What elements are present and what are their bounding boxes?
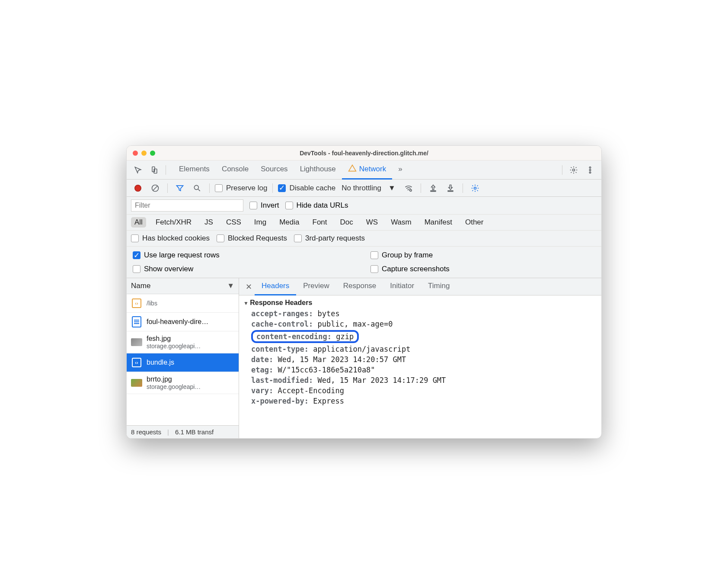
- type-font[interactable]: Font: [309, 217, 331, 228]
- tab-more[interactable]: »: [392, 160, 408, 180]
- header-value: Express: [309, 397, 344, 405]
- tab-network[interactable]: Network: [342, 160, 392, 180]
- download-har-icon[interactable]: [444, 181, 457, 195]
- blocked-cookies-checkbox[interactable]: Has blocked cookies: [131, 234, 210, 243]
- header-line: content-type: application/javascript: [251, 345, 597, 353]
- request-list: ‹›/libsfoul-heavenly-dire…fesh.jpgstorag…: [127, 294, 239, 425]
- request-domain: storage.googleapi…: [147, 343, 201, 350]
- tab-elements[interactable]: Elements: [173, 160, 216, 180]
- upload-har-icon[interactable]: [426, 181, 440, 195]
- tab-console[interactable]: Console: [216, 160, 255, 180]
- request-row[interactable]: ‹›/libs: [127, 294, 239, 313]
- type-css[interactable]: CSS: [223, 217, 245, 228]
- show-overview-checkbox[interactable]: Show overview: [133, 265, 358, 273]
- tab-headers[interactable]: Headers: [255, 278, 296, 295]
- request-row[interactable]: foul-heavenly-dire…: [127, 313, 239, 331]
- close-detail-icon[interactable]: ✕: [243, 282, 255, 292]
- tab-lighthouse[interactable]: Lighthouse: [294, 160, 342, 180]
- tab-network-label: Network: [359, 165, 386, 173]
- main-toolbar: Elements Console Sources Lighthouse Netw…: [127, 160, 601, 180]
- request-row[interactable]: fesh.jpgstorage.googleapi…: [127, 331, 239, 353]
- transfer-size: 6.1 MB transf: [175, 428, 214, 436]
- detail-pane: ✕ Headers Preview Response Initiator Tim…: [239, 278, 601, 438]
- large-rows-checkbox[interactable]: ✓Use large request rows: [133, 251, 358, 260]
- headers-body: Response Headers accept-ranges: bytescac…: [239, 295, 601, 438]
- header-key: cache-control:: [251, 320, 313, 328]
- header-key: vary:: [251, 386, 273, 395]
- extra-filter-row: Has blocked cookies Blocked Requests 3rd…: [127, 231, 601, 247]
- group-by-frame-label: Group by frame: [382, 251, 433, 260]
- capture-screenshots-checkbox[interactable]: Capture screenshots: [370, 265, 595, 273]
- hide-data-label: Hide data URLs: [297, 201, 348, 210]
- network-settings-grid: ✓Use large request rows Group by frame S…: [127, 247, 601, 278]
- type-other[interactable]: Other: [462, 217, 487, 228]
- preserve-log-label: Preserve log: [226, 184, 267, 193]
- third-party-label: 3rd-party requests: [305, 234, 365, 243]
- header-value: Wed, 15 Mar 2023 14:20:57 GMT: [273, 355, 406, 364]
- group-by-frame-checkbox[interactable]: Group by frame: [370, 251, 595, 260]
- type-wasm[interactable]: Wasm: [387, 217, 415, 228]
- close-window-button[interactable]: [133, 151, 138, 156]
- minimize-window-button[interactable]: [141, 151, 147, 156]
- settings-gear-icon[interactable]: [567, 163, 581, 177]
- type-fetch[interactable]: Fetch/XHR: [152, 217, 195, 228]
- preserve-log-checkbox[interactable]: Preserve log: [215, 184, 267, 193]
- svg-point-5: [589, 172, 591, 173]
- header-line: etag: W/"15cc63-186e5a210a8": [251, 366, 597, 374]
- header-key: content-type:: [251, 345, 309, 353]
- network-toolbar: Preserve log ✓Disable cache No throttlin…: [127, 180, 601, 197]
- disable-cache-checkbox[interactable]: ✓Disable cache: [278, 184, 335, 193]
- network-conditions-icon[interactable]: [402, 181, 415, 195]
- device-toolbar-icon[interactable]: [147, 163, 161, 177]
- type-all[interactable]: All: [131, 217, 146, 228]
- content-split: Name ▼ ‹›/libsfoul-heavenly-dire…fesh.jp…: [127, 278, 601, 438]
- image-icon: [131, 338, 142, 346]
- titlebar: DevTools - foul-heavenly-direction.glitc…: [127, 146, 601, 160]
- throttling-value: No throttling: [342, 184, 381, 193]
- tab-initiator[interactable]: Initiator: [383, 278, 421, 295]
- type-img[interactable]: Img: [251, 217, 270, 228]
- search-icon[interactable]: [190, 181, 204, 195]
- header-key: x-powered-by:: [251, 397, 309, 405]
- header-key: content-encoding:: [256, 332, 332, 341]
- network-settings-icon[interactable]: [468, 181, 482, 195]
- header-value: gzip: [332, 332, 354, 341]
- separator: [272, 183, 273, 193]
- name-column-header[interactable]: Name ▼: [127, 278, 239, 294]
- header-value: W/"15cc63-186e5a210a8": [273, 366, 375, 374]
- kebab-menu-icon[interactable]: [583, 163, 597, 177]
- window-title: DevTools - foul-heavenly-direction.glitc…: [127, 150, 601, 157]
- hide-data-urls-checkbox[interactable]: Hide data URLs: [285, 201, 348, 210]
- request-row[interactable]: ‹›bundle.js: [127, 353, 239, 372]
- record-button[interactable]: [131, 181, 145, 195]
- tab-response[interactable]: Response: [336, 278, 383, 295]
- type-manifest[interactable]: Manifest: [421, 217, 456, 228]
- zoom-window-button[interactable]: [150, 151, 155, 156]
- response-headers-title[interactable]: Response Headers: [243, 299, 597, 307]
- tab-timing[interactable]: Timing: [421, 278, 457, 295]
- tab-preview[interactable]: Preview: [296, 278, 336, 295]
- throttling-select[interactable]: No throttling ▼: [339, 184, 398, 193]
- tab-sources[interactable]: Sources: [255, 160, 294, 180]
- type-media[interactable]: Media: [276, 217, 303, 228]
- type-doc[interactable]: Doc: [337, 217, 357, 228]
- header-key: accept-ranges:: [251, 309, 313, 318]
- chevron-down-icon: ▼: [388, 184, 396, 193]
- header-line: vary: Accept-Encoding: [251, 386, 597, 395]
- header-key: date:: [251, 355, 273, 364]
- name-header-label: Name: [131, 282, 150, 290]
- request-row[interactable]: brrto.jpgstorage.googleapi…: [127, 372, 239, 394]
- svg-point-4: [589, 169, 591, 170]
- filter-input[interactable]: [131, 199, 243, 212]
- invert-checkbox[interactable]: Invert: [249, 201, 279, 210]
- type-js[interactable]: JS: [201, 217, 217, 228]
- type-ws[interactable]: WS: [363, 217, 381, 228]
- request-name: foul-heavenly-dire…: [147, 318, 208, 326]
- inspect-element-icon[interactable]: [131, 163, 145, 177]
- request-name: brrto.jpg: [147, 375, 201, 383]
- third-party-checkbox[interactable]: 3rd-party requests: [294, 234, 365, 243]
- blocked-requests-checkbox[interactable]: Blocked Requests: [217, 234, 287, 243]
- blocked-requests-label: Blocked Requests: [228, 234, 287, 243]
- filter-icon[interactable]: [173, 181, 187, 195]
- clear-icon[interactable]: [148, 181, 162, 195]
